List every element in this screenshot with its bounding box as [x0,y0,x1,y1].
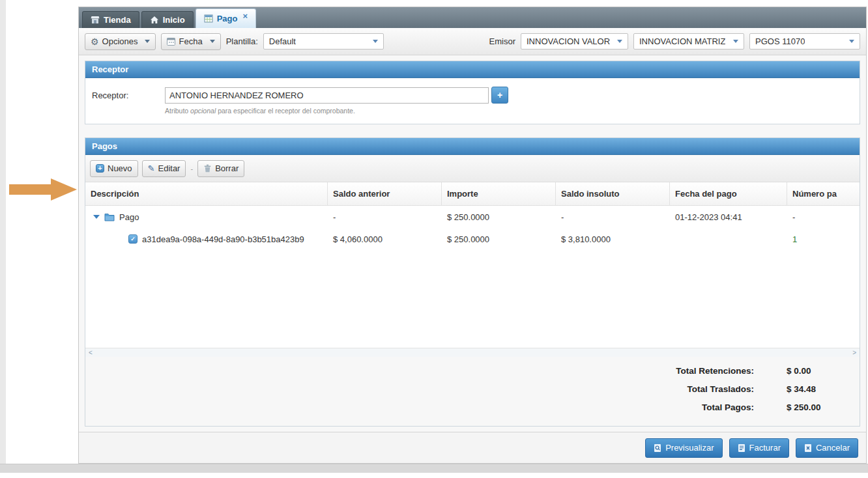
page-left-strip [0,0,6,464]
chevron-down-icon [145,40,150,43]
hint-text: para especificar el receptor del comprob… [216,107,355,115]
total-value: $ 250.00 [787,402,860,412]
cell-importe: $ 250.0000 [442,206,556,228]
hint-emphasis: opcional [190,107,216,115]
check-glyph: ✓ [130,236,136,242]
gear-icon: ⚙ [91,37,99,46]
horizontal-scrollbar[interactable]: < > [85,348,860,357]
previsualizar-button[interactable]: Previsualizar [645,438,722,458]
document-check-icon: ✓ [128,234,137,244]
chevron-down-icon [210,40,215,43]
page-bottom-strip [0,464,868,473]
cell-fecha-del-pago: 01-12-2023 04:41 [670,206,787,228]
column-header-numero[interactable]: Número pa [787,182,860,205]
column-header-fecha-del-pago[interactable]: Fecha del pago [670,182,787,205]
facturar-button[interactable]: Facturar [729,438,789,458]
editar-label: Editar [158,163,180,173]
plantilla-label: Plantilla: [226,36,258,46]
serie-dropdown[interactable]: PGOS 11070 [749,33,860,49]
opciones-label: Opciones [102,36,138,46]
tab-pago[interactable]: Pago × [195,8,256,28]
scroll-left-icon[interactable]: < [89,350,93,356]
calendar-icon [167,37,175,46]
total-label: Total Pagos: [591,402,754,412]
add-icon: + [96,164,104,173]
column-label: Importe [447,189,478,199]
opciones-button[interactable]: ⚙ Opciones [85,33,156,50]
cell-saldo-insoluto: - [556,206,670,228]
trash-icon [203,164,212,173]
nuevo-button[interactable]: + Nuevo [90,160,138,177]
table-row-pago-group[interactable]: Pago - $ 250.0000 - 01-12-2023 04:41 - [85,206,860,228]
annotation-arrow-icon [9,178,77,201]
borrar-button[interactable]: Borrar [197,160,244,177]
cell-saldo-anterior: $ 4,060.0000 [328,228,442,250]
plantilla-dropdown[interactable]: Default [263,33,384,49]
serie-value: PGOS 11070 [755,36,805,46]
nuevo-label: Nuevo [108,163,132,173]
chevron-down-icon [849,40,854,43]
total-retenciones-row: Total Retenciones: $ 0.00 [85,366,860,376]
tab-pago-label: Pago [217,14,238,23]
tab-inicio-label: Inicio [163,15,185,25]
add-receptor-button[interactable]: + [491,87,508,104]
cancelar-label: Cancelar [816,443,850,453]
footer-bar: Previsualizar Facturar Cancelar [79,432,866,463]
chevron-down-icon [617,40,622,43]
content-area: Receptor Receptor: + Atributo opcional p… [79,55,866,432]
collapse-expander-icon[interactable] [93,215,100,219]
total-label: Total Retenciones: [591,366,754,376]
cell-fecha-del-pago [670,228,787,250]
total-label: Total Traslados: [591,384,754,394]
cell-saldo-insoluto: $ 3,810.0000 [556,228,670,250]
store-icon [91,16,100,24]
editar-button[interactable]: ✎ Editar [142,160,186,177]
facturar-label: Facturar [749,443,781,453]
table-row-documento[interactable]: ✓ a31dea9a-098a-449d-8a90-b3b51ba423b9 $… [85,228,860,250]
close-icon[interactable]: × [242,11,248,21]
total-value: $ 34.48 [787,384,860,394]
total-value: $ 0.00 [787,366,860,376]
folder-icon [104,213,115,221]
total-traslados-row: Total Traslados: $ 34.48 [85,384,860,394]
tab-inicio[interactable]: Inicio [141,11,194,28]
column-label: Número pa [792,189,837,199]
chevron-down-icon [373,40,378,43]
tab-bar: Tienda Inicio Pago × [79,7,866,28]
scroll-right-icon[interactable]: > [852,350,856,356]
app-window: Tienda Inicio Pago × ⚙ Opciones [78,7,867,464]
main-toolbar: ⚙ Opciones Fecha Plantilla: Default Emis… [79,28,866,55]
fecha-button[interactable]: Fecha [161,33,220,50]
preview-document-icon [654,443,661,453]
column-label: Saldo insoluto [561,189,620,199]
column-header-descripcion[interactable]: Descripción [85,182,328,205]
tab-tienda-label: Tienda [104,15,131,25]
receptor-hint: Atributo opcional para especificar el re… [165,107,853,115]
sucursal-value: INNOVACION MATRIZ [639,36,725,46]
pagos-section: Pagos + Nuevo ✎ Editar - Bor [85,137,860,427]
cell-numero: - [787,206,860,228]
emisor-dropdown[interactable]: INNOVACION VALOR [521,33,628,49]
cancelar-button[interactable]: Cancelar [796,438,858,458]
column-header-saldo-anterior[interactable]: Saldo anterior [328,182,442,205]
hint-text: Atributo [165,107,190,115]
receptor-section: Receptor Receptor: + Atributo opcional p… [85,61,860,124]
emisor-value: INNOVACION VALOR [527,36,610,46]
column-header-importe[interactable]: Importe [442,182,556,205]
receptor-input[interactable] [165,87,489,104]
receptor-label: Receptor: [92,91,165,100]
emisor-label: Emisor [489,36,515,46]
tab-tienda[interactable]: Tienda [82,11,139,28]
cell-importe: $ 250.0000 [442,228,556,250]
fecha-label: Fecha [179,36,202,46]
cell-saldo-anterior: - [328,206,442,228]
totals-summary: Total Retenciones: $ 0.00 Total Traslado… [85,357,860,426]
row-description: Pago [119,212,139,222]
sucursal-dropdown[interactable]: INNOVACION MATRIZ [633,33,744,49]
plantilla-value: Default [269,36,296,46]
total-pagos-row: Total Pagos: $ 250.00 [85,402,860,412]
column-header-saldo-insoluto[interactable]: Saldo insoluto [556,182,670,205]
previsualizar-label: Previsualizar [665,443,714,453]
column-label: Descripción [91,189,139,199]
invoice-document-icon [738,443,745,453]
